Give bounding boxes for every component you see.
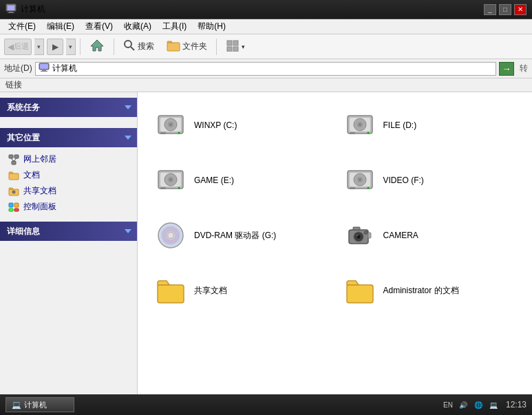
svg-rect-48 (160, 187, 166, 189)
menu-edit[interactable]: 编辑(E) (41, 19, 80, 34)
svg-point-35 (178, 132, 180, 134)
file-item-shared-docs[interactable]: 共享文档 (149, 268, 332, 312)
addressbar-input[interactable]: 计算机 (35, 62, 496, 76)
views-dropdown-icon: ▾ (242, 43, 245, 50)
folder-shared-yellow-icon (154, 274, 187, 307)
svg-rect-17 (14, 155, 19, 158)
views-button[interactable]: ▾ (221, 36, 250, 56)
svg-rect-13 (40, 64, 48, 69)
file-item-video-f[interactable]: VIDEO (F:) (338, 158, 522, 202)
svg-point-33 (170, 124, 172, 126)
svg-point-60 (169, 234, 172, 237)
svg-rect-7 (167, 43, 180, 51)
sidebar-system-tasks-header[interactable]: 系统任务 (0, 98, 137, 117)
menu-file[interactable]: 文件(E) (3, 19, 41, 34)
svg-marker-4 (91, 40, 103, 51)
file-item-game-e[interactable]: GAME (E:) (149, 158, 332, 202)
file-grid: WINXP (C:) FILE (D:) (149, 103, 521, 312)
addressbar-value: 计算机 (52, 63, 77, 74)
addressbar-label: 地址(D) (4, 63, 32, 74)
file-item-camera[interactable]: CAMERA (338, 213, 522, 257)
sidebar-other-locations-label: 其它位置 (7, 132, 40, 144)
svg-rect-73 (347, 285, 373, 303)
svg-point-49 (178, 187, 180, 189)
file-item-admin-docs[interactable]: Administrator 的文档 (338, 268, 522, 312)
sidebar-other-locations-header[interactable]: 其它位置 (0, 128, 137, 147)
tray-icon3: 💻 (488, 399, 499, 410)
svg-rect-55 (350, 187, 355, 189)
sidebar-system-tasks-arrow (125, 105, 131, 109)
search-icon (123, 39, 136, 54)
file-label-winxp: WINXP (C:) (194, 120, 237, 130)
svg-line-6 (131, 47, 134, 50)
views-icon (226, 39, 240, 54)
addressbar-go[interactable]: → (499, 62, 514, 76)
svg-rect-26 (9, 209, 13, 211)
sep2 (114, 39, 114, 55)
sidebar-detail-header[interactable]: 详细信息 (0, 222, 137, 241)
search-button[interactable]: 搜索 (118, 36, 159, 56)
svg-rect-41 (350, 132, 355, 134)
svg-point-54 (359, 179, 361, 181)
menu-favorites[interactable]: 收藏(A) (118, 19, 157, 34)
back-icon: ◀ (8, 42, 14, 52)
forward-dropdown[interactable]: ▾ (66, 39, 76, 55)
svg-point-42 (367, 132, 369, 134)
svg-rect-25 (14, 203, 19, 207)
svg-line-20 (14, 158, 17, 161)
titlebar-icon (6, 3, 17, 16)
minimize-button[interactable]: _ (484, 4, 496, 15)
svg-rect-24 (9, 203, 13, 207)
maximize-button[interactable]: □ (499, 4, 511, 15)
linkbar: 链接 (0, 78, 532, 92)
svg-rect-70 (368, 233, 371, 238)
menu-view[interactable]: 查看(V) (80, 19, 118, 34)
file-label-file-d: FILE (D:) (383, 120, 417, 130)
sidebar-other-locations-content: 网上邻居 文档 (0, 147, 137, 219)
svg-point-5 (125, 41, 131, 47)
back-dropdown[interactable]: ▾ (34, 39, 44, 55)
svg-rect-9 (233, 41, 238, 45)
svg-point-23 (12, 191, 15, 193)
taskbar-window-label: 计算机 (24, 400, 47, 410)
sidebar-item-network[interactable]: 网上邻居 (6, 151, 131, 167)
close-button[interactable]: ✕ (514, 4, 526, 15)
svg-rect-10 (227, 47, 232, 52)
sidebar-system-tasks-label: 系统任务 (7, 102, 40, 114)
sidebar-item-shared-docs[interactable]: 共享文档 (6, 183, 131, 199)
sep3 (216, 39, 217, 55)
menubar: 文件(E) 编辑(E) 查看(V) 收藏(A) 工具(I) 帮助(H) (0, 19, 532, 34)
svg-rect-72 (158, 285, 184, 303)
addressbar-jump[interactable]: 转 (520, 63, 528, 74)
addr-computer-icon (39, 63, 50, 74)
folders-button[interactable]: 文件夹 (162, 36, 212, 56)
svg-rect-8 (227, 41, 232, 45)
file-item-winxp[interactable]: WINXP (C:) (149, 103, 332, 147)
sidebar-item-control-panel[interactable]: 控制面板 (6, 199, 131, 215)
clock: 12:13 (506, 400, 526, 409)
svg-rect-27 (14, 209, 19, 211)
menu-help[interactable]: 帮助(H) (192, 19, 231, 34)
camera-icon (343, 219, 376, 252)
hdd-icon-game-e (154, 164, 187, 197)
taskbar-window-icon: 💻 (12, 401, 21, 409)
search-label: 搜索 (138, 41, 154, 52)
svg-rect-1 (8, 6, 14, 10)
svg-rect-3 (8, 12, 14, 13)
folders-icon (167, 39, 180, 54)
file-label-admin-docs: Administrator 的文档 (383, 285, 459, 297)
forward-button[interactable]: ▶ (47, 39, 63, 55)
sidebar-control-panel-label: 控制面板 (23, 201, 56, 213)
folder-shared-icon (8, 186, 19, 197)
menu-tools[interactable]: 工具(I) (157, 19, 192, 34)
file-item-dvd-g[interactable]: DVD-RAM 驱动器 (G:) (149, 213, 332, 257)
sidebar-item-documents[interactable]: 文档 (6, 167, 131, 183)
back-button[interactable]: ◀ 后退 (4, 39, 32, 55)
hdd-icon-file-d (343, 109, 376, 142)
network-icon (8, 154, 19, 165)
file-item-file-d[interactable]: FILE (D:) (338, 103, 522, 147)
home-button[interactable] (85, 35, 109, 58)
sidebar-system-tasks-content (0, 117, 137, 125)
svg-line-19 (11, 158, 14, 161)
taskbar-window-btn[interactable]: 💻 计算机 (6, 397, 74, 412)
